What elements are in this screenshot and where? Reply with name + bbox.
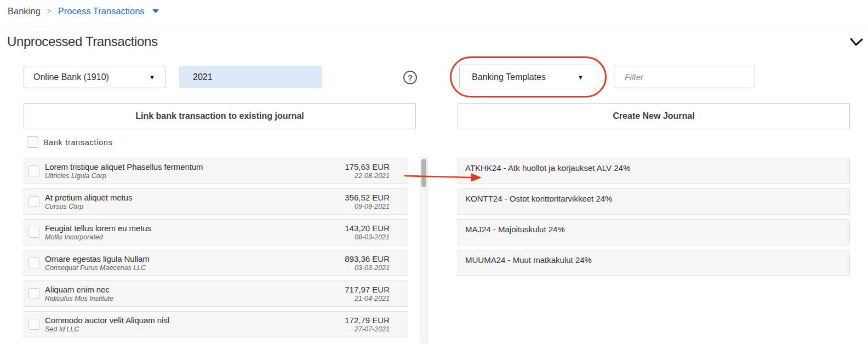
transaction-date: 22-08-2021 — [345, 172, 390, 180]
select-all-label: Bank transactions — [43, 138, 113, 147]
template-label: MAJ24 - Majoituskulut 24% — [465, 225, 565, 234]
transaction-company: Sed Id LLC — [45, 325, 345, 333]
caret-down-icon: ▼ — [578, 74, 584, 81]
transaction-company: Consequat Purus Maecenas LLC — [45, 264, 345, 272]
chevron-down-icon[interactable] — [152, 9, 159, 13]
link-transaction-header-button[interactable]: Link bank transaction to existing journa… — [24, 103, 416, 129]
transaction-amount: 717,97 EUR — [345, 285, 390, 294]
transaction-company: Ridiculus Mus Institute — [45, 295, 345, 302]
template-label: MUUMA24 - Muut matkakulut 24% — [465, 255, 592, 265]
transaction-amount: 356,52 EUR — [345, 193, 390, 202]
divider — [0, 26, 868, 26]
process-transactions-screen: Banking > Process Transactions Unprocess… — [0, 0, 868, 344]
template-row[interactable]: ATKHK24 - Atk huollot ja korjaukset ALV … — [458, 158, 850, 184]
bank-account-select[interactable]: Online Bank (1910) ▼ — [24, 66, 165, 88]
breadcrumb-separator: > — [47, 7, 52, 15]
template-row[interactable]: MAJ24 - Majoituskulut 24% — [458, 219, 850, 245]
bank-account-select-value: Online Bank (1910) — [33, 72, 109, 82]
transaction-checkbox[interactable] — [28, 165, 39, 176]
filter-input[interactable] — [614, 66, 755, 88]
transaction-row[interactable]: Commodo auctor velit Aliquam nisl Sed Id… — [24, 311, 408, 337]
template-label: ATKHK24 - Atk huollot ja korjaukset ALV … — [465, 163, 630, 173]
breadcrumb: Banking > Process Transactions — [8, 3, 159, 19]
transaction-date: 27-07-2021 — [345, 325, 390, 333]
transaction-amount: 143,20 EUR — [345, 223, 390, 233]
journal-templates-list: ATKHK24 - Atk huollot ja korjaukset ALV … — [458, 158, 850, 280]
scrollbar[interactable] — [420, 157, 428, 344]
transaction-title: Aliquam enim nec — [45, 285, 345, 294]
transaction-row[interactable]: Aliquam enim nec Ridiculus Mus Institute… — [24, 280, 408, 307]
transaction-row[interactable]: Ornare egestas ligula Nullam Consequat P… — [24, 250, 408, 276]
transaction-amount: 893,36 EUR — [345, 254, 390, 263]
transaction-company: Ultricies Ligula Corp — [45, 172, 345, 180]
transaction-checkbox[interactable] — [28, 196, 39, 207]
transaction-row[interactable]: Lorem tristique aliquet Phasellus fermen… — [24, 158, 408, 184]
caret-down-icon: ▼ — [149, 74, 155, 81]
transaction-company: Mollis Incorporated — [45, 233, 345, 241]
transaction-checkbox[interactable] — [28, 288, 39, 299]
transaction-title: At pretium aliquet metus — [45, 193, 345, 202]
template-label: KONTT24 - Ostot konttoritarvikkeet 24% — [465, 194, 612, 203]
template-row[interactable]: KONTT24 - Ostot konttoritarvikkeet 24% — [458, 188, 850, 215]
transaction-company: Cursus Corp — [45, 203, 345, 210]
transaction-checkbox[interactable] — [28, 319, 39, 330]
transaction-title: Commodo auctor velit Aliquam nisl — [45, 316, 345, 325]
transaction-title: Lorem tristique aliquet Phasellus fermen… — [45, 162, 345, 171]
transaction-checkbox[interactable] — [28, 257, 39, 268]
transaction-title: Ornare egestas ligula Nullam — [45, 254, 345, 263]
transaction-row[interactable]: Feugiat tellus lorem eu metus Mollis Inc… — [24, 219, 408, 245]
bank-transactions-list: Lorem tristique aliquet Phasellus fermen… — [24, 158, 408, 342]
breadcrumb-current[interactable]: Process Transactions — [58, 6, 145, 16]
scrollbar-thumb[interactable] — [421, 159, 426, 187]
create-new-journal-header-button[interactable]: Create New Journal — [458, 103, 850, 129]
page-title: Unprocessed Transactions — [7, 34, 158, 49]
transaction-amount: 175,63 EUR — [345, 162, 390, 171]
transaction-title: Feugiat tellus lorem eu metus — [45, 223, 345, 233]
transaction-date: 09-09-2021 — [345, 203, 390, 210]
transaction-date: 03-03-2021 — [345, 264, 390, 272]
transaction-row[interactable]: At pretium aliquet metus Cursus Corp 356… — [24, 188, 408, 215]
transaction-date: 08-03-2021 — [345, 233, 390, 241]
select-all-checkbox[interactable] — [27, 136, 38, 148]
transaction-amount: 172,79 EUR — [345, 316, 390, 325]
collapse-chevron-icon[interactable] — [849, 37, 864, 49]
template-row[interactable]: MUUMA24 - Muut matkakulut 24% — [458, 250, 850, 276]
breadcrumb-root[interactable]: Banking — [8, 6, 41, 16]
banking-templates-select-value: Banking Templates — [472, 72, 546, 82]
transaction-checkbox[interactable] — [28, 227, 39, 238]
banking-templates-select[interactable]: Banking Templates ▼ — [459, 65, 597, 89]
transaction-date: 21-04-2021 — [345, 295, 390, 302]
select-all-row: Bank transactions — [27, 136, 113, 148]
help-icon[interactable]: ? — [403, 71, 417, 84]
year-input[interactable] — [179, 66, 322, 88]
